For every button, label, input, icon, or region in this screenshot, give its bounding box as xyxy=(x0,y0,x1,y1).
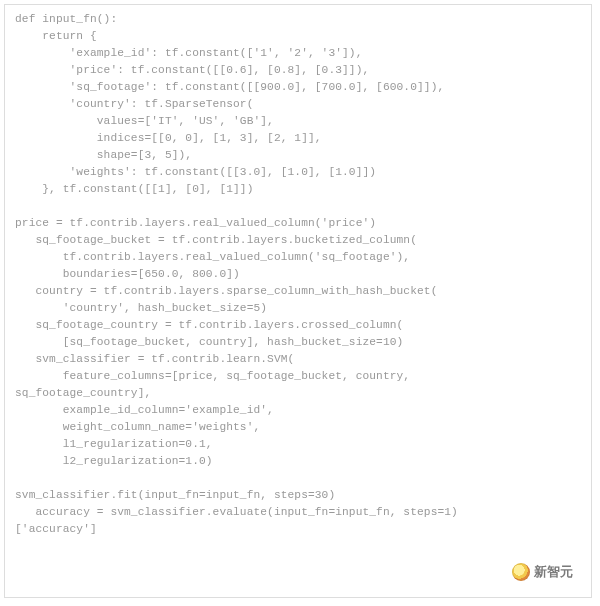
code-block: def input_fn(): return { 'example_id': t… xyxy=(15,11,581,538)
watermark-text: 新智元 xyxy=(534,563,573,581)
watermark: 新智元 xyxy=(512,563,573,581)
watermark-logo-icon xyxy=(512,563,530,581)
code-container: def input_fn(): return { 'example_id': t… xyxy=(4,4,592,598)
